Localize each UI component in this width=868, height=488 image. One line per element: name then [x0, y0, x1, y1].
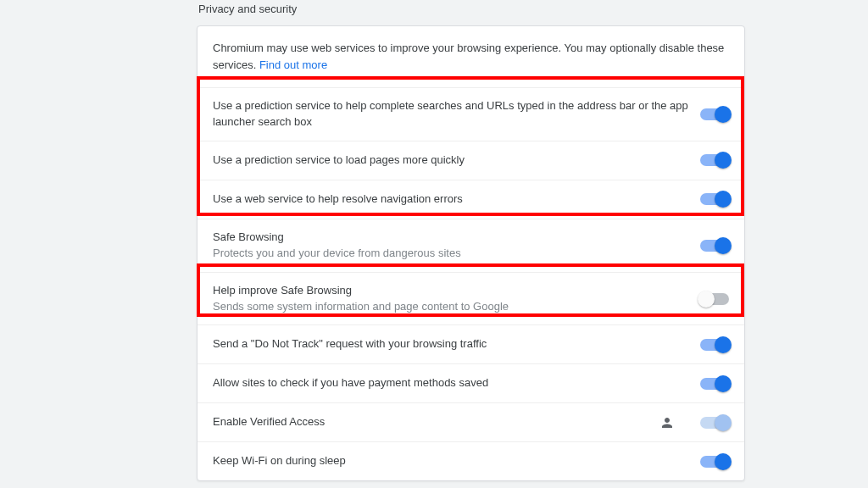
- settings-row-right: [700, 240, 729, 252]
- settings-row-texts: Use a prediction service to load pages m…: [213, 152, 700, 169]
- toggle-switch[interactable]: [700, 240, 729, 252]
- settings-row-texts: Use a web service to help resolve naviga…: [213, 191, 700, 208]
- settings-row-right: [700, 293, 729, 305]
- toggle-switch: [700, 417, 729, 429]
- find-out-more-link[interactable]: Find out more: [259, 58, 327, 71]
- settings-row-right: [659, 415, 729, 430]
- settings-row[interactable]: Use a prediction service to help complet…: [198, 88, 744, 141]
- section-title: Privacy and security: [197, 3, 745, 15]
- settings-row[interactable]: Safe BrowsingProtects you and your devic…: [198, 219, 744, 272]
- toggle-switch[interactable]: [700, 108, 729, 120]
- settings-row-texts: Help improve Safe BrowsingSends some sys…: [213, 283, 700, 315]
- settings-row-right: [700, 339, 729, 351]
- settings-row-title: Use a web service to help resolve naviga…: [213, 191, 688, 208]
- settings-row[interactable]: Use a prediction service to load pages m…: [198, 141, 744, 180]
- settings-row-texts: Keep Wi-Fi on during sleep: [213, 453, 700, 469]
- settings-row-title: Use a prediction service to help complet…: [213, 98, 688, 130]
- privacy-security-section: Privacy and security Chromium may use we…: [197, 0, 745, 481]
- settings-row-texts: Send a "Do Not Track" request with your …: [213, 336, 700, 352]
- toggle-switch[interactable]: [700, 339, 729, 351]
- settings-row-right: [700, 108, 729, 120]
- settings-row[interactable]: Send a "Do Not Track" request with your …: [198, 324, 744, 363]
- toggle-switch[interactable]: [700, 378, 729, 390]
- toggle-switch[interactable]: [700, 456, 729, 468]
- toggle-switch[interactable]: [700, 293, 729, 305]
- settings-row-right: [700, 154, 729, 166]
- settings-row-subtitle: Protects you and your device from danger…: [213, 246, 688, 262]
- settings-row-title: Enable Verified Access: [213, 414, 648, 430]
- settings-row[interactable]: Allow sites to check if you have payment…: [198, 363, 744, 402]
- settings-card: Chromium may use web services to improve…: [197, 25, 745, 481]
- person-icon: [659, 415, 675, 430]
- settings-row[interactable]: Keep Wi-Fi on during sleep: [198, 441, 744, 480]
- settings-row-texts: Safe BrowsingProtects you and your devic…: [213, 230, 700, 262]
- settings-row-title: Allow sites to check if you have payment…: [213, 375, 688, 391]
- settings-row-right: [700, 456, 729, 468]
- settings-row[interactable]: Use a web service to help resolve naviga…: [198, 180, 744, 219]
- settings-row-subtitle: Sends some system information and page c…: [213, 299, 688, 315]
- settings-row-title: Keep Wi-Fi on during sleep: [213, 453, 688, 469]
- settings-row-texts: Allow sites to check if you have payment…: [213, 375, 700, 391]
- settings-row-title: Safe Browsing: [213, 230, 688, 246]
- settings-row-title: Help improve Safe Browsing: [213, 283, 688, 299]
- settings-row-right: [700, 193, 729, 205]
- toggle-switch[interactable]: [700, 193, 729, 205]
- intro-text: Chromium may use web services to improve…: [198, 26, 744, 88]
- toggle-switch[interactable]: [700, 154, 729, 166]
- settings-row-texts: Enable Verified Access: [213, 414, 659, 430]
- settings-row-title: Use a prediction service to load pages m…: [213, 152, 688, 169]
- settings-row-right: [700, 378, 729, 390]
- settings-row[interactable]: Enable Verified Access: [198, 402, 744, 441]
- settings-row[interactable]: Help improve Safe BrowsingSends some sys…: [198, 272, 744, 325]
- settings-row-title: Send a "Do Not Track" request with your …: [213, 336, 688, 352]
- settings-row-texts: Use a prediction service to help complet…: [213, 98, 700, 130]
